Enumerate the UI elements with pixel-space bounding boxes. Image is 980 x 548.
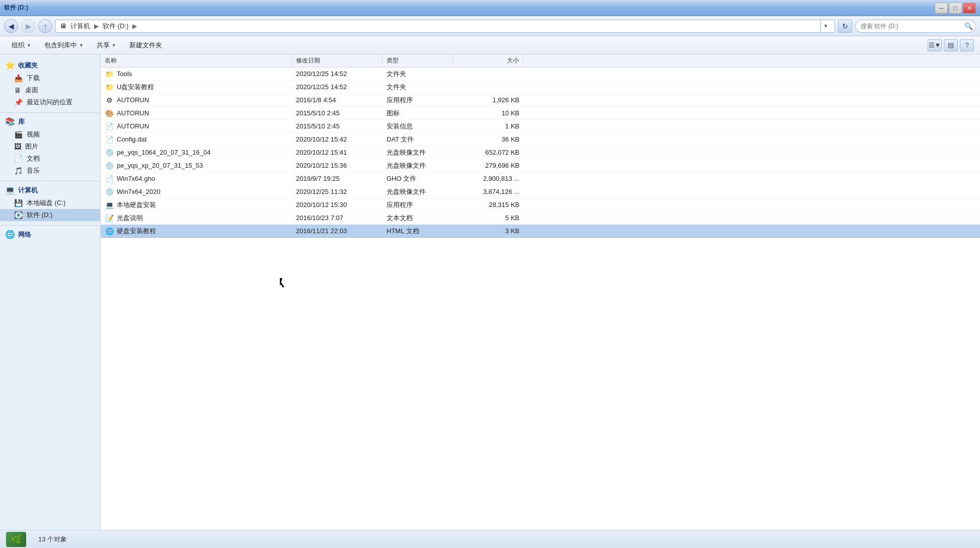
organize-button[interactable]: 组织 ▼	[6, 38, 37, 52]
new-folder-button[interactable]: 新建文件夹	[124, 38, 168, 52]
file-name-cell: 🎨 AUTORUN	[101, 107, 292, 119]
file-date-cell: 2019/9/7 19:25	[292, 172, 383, 185]
include-library-arrow: ▼	[79, 43, 84, 48]
table-row[interactable]: 📝 光盘说明 2016/10/23 7:07 文本文档 5 KB	[101, 212, 980, 225]
share-label: 共享	[97, 41, 110, 50]
address-dropdown[interactable]: ▼	[820, 20, 831, 33]
network-icon: 🌐	[5, 230, 15, 239]
toolbar-right: ☰▼ ▤ ?	[928, 39, 974, 51]
sidebar-section-favorites: ⭐ 收藏夹 📥 下载 🖥 桌面 📌 最近访问的位置	[0, 58, 100, 108]
sidebar-computer-header[interactable]: 💻 计算机	[0, 183, 100, 197]
file-name: pe_yqs_xp_20_07_31_15_53	[117, 162, 203, 169]
local-c-icon: 💾	[14, 199, 23, 207]
favorites-icon: ⭐	[5, 60, 15, 70]
table-row[interactable]: 💿 Win7x64_2020 2020/12/25 11:32 光盘映像文件 3…	[101, 185, 980, 198]
table-row[interactable]: 📁 U盘安装教程 2020/12/25 14:52 文件夹	[101, 81, 980, 94]
file-type-cell: 图标	[383, 107, 453, 119]
sidebar: ⭐ 收藏夹 📥 下载 🖥 桌面 📌 最近访问的位置 📚 库	[0, 54, 101, 530]
view-options-button[interactable]: ☰▼	[928, 39, 942, 51]
title-bar-controls: ─ □ ✕	[935, 3, 976, 14]
preview-pane-button[interactable]: ▤	[944, 39, 958, 51]
sidebar-library-header[interactable]: 📚 库	[0, 115, 100, 128]
file-name-cell: 📝 光盘说明	[101, 212, 292, 224]
col-header-name[interactable]: 名称	[101, 54, 292, 67]
computer-link[interactable]: 计算机	[68, 21, 92, 32]
forward-button[interactable]: ▶	[21, 19, 35, 33]
table-row[interactable]: ⚙ AUTORUN 2016/1/8 4:54 应用程序 1,926 KB	[101, 94, 980, 107]
sidebar-item-desktop[interactable]: 🖥 桌面	[0, 84, 100, 96]
include-library-label: 包含到库中	[44, 41, 77, 50]
file-name-cell: 💿 pe_yqs_xp_20_07_31_15_53	[101, 159, 292, 172]
refresh-button[interactable]: ↻	[838, 20, 852, 33]
sidebar-item-recent[interactable]: 📌 最近访问的位置	[0, 96, 100, 108]
file-type-cell: HTML 文档	[383, 225, 453, 237]
sidebar-item-documents[interactable]: 📄 文档	[0, 153, 100, 165]
file-date-cell: 2020/10/12 15:41	[292, 146, 383, 159]
recent-icon: 📌	[14, 98, 23, 106]
table-row[interactable]: 📄 Win7x64.gho 2019/9/7 19:25 GHO 文件 2,90…	[101, 172, 980, 185]
downloads-icon: 📥	[14, 74, 23, 82]
file-name-cell: 📄 AUTORUN	[101, 120, 292, 132]
minimize-button[interactable]: ─	[935, 3, 948, 14]
sidebar-item-images[interactable]: 🖼 图片	[0, 141, 100, 153]
sidebar-network-header[interactable]: 🌐 网络	[0, 228, 100, 241]
sidebar-divider-2	[0, 181, 100, 181]
documents-icon: 📄	[14, 155, 23, 163]
file-date-cell: 2020/10/12 15:42	[292, 133, 383, 146]
file-name-cell: 📄 Win7x64.gho	[101, 172, 292, 185]
software-d-icon: 💽	[14, 211, 23, 219]
file-area: 名称 修改日期 类型 大小 📁 Tools 2020/12/25 14:52 文…	[101, 54, 980, 530]
file-type-cell: 应用程序	[383, 198, 453, 211]
main-content: ⭐ 收藏夹 📥 下载 🖥 桌面 📌 最近访问的位置 📚 库	[0, 54, 980, 530]
table-row[interactable]: 💿 pe_yqs_1064_20_07_31_16_04 2020/10/12 …	[101, 146, 980, 159]
help-button[interactable]: ?	[960, 39, 974, 51]
sidebar-section-library: 📚 库 🎬 视频 🖼 图片 📄 文档 🎵 音乐	[0, 115, 100, 177]
favorites-label: 收藏夹	[18, 61, 38, 70]
file-icon: ⚙	[105, 96, 114, 104]
table-row[interactable]: 📁 Tools 2020/12/25 14:52 文件夹	[101, 67, 980, 81]
file-size-cell	[453, 67, 523, 80]
file-size-cell: 652,072 KB	[453, 146, 523, 159]
table-row[interactable]: 🌐 硬盘安装教程 2016/11/21 22:03 HTML 文档 3 KB	[101, 225, 980, 238]
back-button[interactable]: ◀	[4, 19, 18, 33]
address-bar: 🖥 计算机 ▶ 软件 (D:) ▶ ▼	[55, 20, 835, 33]
sidebar-item-videos[interactable]: 🎬 视频	[0, 128, 100, 141]
table-row[interactable]: 💻 本地硬盘安装 2020/10/12 15:30 应用程序 28,315 KB	[101, 198, 980, 212]
title-bar-left: 软件 (D:)	[4, 4, 28, 12]
sidebar-item-music[interactable]: 🎵 音乐	[0, 165, 100, 177]
sidebar-divider-1	[0, 112, 100, 113]
table-row[interactable]: 🎨 AUTORUN 2015/5/10 2:45 图标 10 KB	[101, 107, 980, 120]
file-name: Config.dat	[117, 135, 146, 143]
col-header-size[interactable]: 大小	[453, 54, 523, 67]
sidebar-item-downloads[interactable]: 📥 下载	[0, 72, 100, 84]
include-library-button[interactable]: 包含到库中 ▼	[39, 38, 89, 52]
software-d-label: 软件 (D:)	[27, 211, 52, 220]
organize-label: 组织	[12, 41, 25, 50]
file-type-cell: 文件夹	[383, 67, 453, 80]
file-icon: 📁	[105, 70, 114, 78]
sidebar-item-local-c[interactable]: 💾 本地磁盘 (C:)	[0, 197, 100, 209]
new-folder-label: 新建文件夹	[129, 41, 162, 50]
col-header-date[interactable]: 修改日期	[292, 54, 383, 67]
file-date-cell: 2020/12/25 14:52	[292, 81, 383, 93]
file-icon: 📁	[105, 83, 114, 91]
close-button[interactable]: ✕	[963, 3, 976, 14]
sidebar-item-software-d[interactable]: 💽 软件 (D:)	[0, 209, 100, 221]
drive-link[interactable]: 软件 (D:)	[101, 21, 130, 32]
library-icon: 📚	[5, 117, 15, 126]
file-name-cell: 🌐 硬盘安装教程	[101, 225, 292, 237]
up-button[interactable]: ↑	[38, 19, 52, 33]
file-icon: 💻	[105, 201, 114, 209]
search-icon[interactable]: 🔍	[964, 22, 973, 30]
table-row[interactable]: 📄 AUTORUN 2015/5/10 2:45 安装信息 1 KB	[101, 120, 980, 133]
col-header-type[interactable]: 类型	[383, 54, 453, 67]
file-date-cell: 2016/11/21 22:03	[292, 225, 383, 237]
maximize-button[interactable]: □	[949, 3, 962, 14]
sidebar-favorites-header[interactable]: ⭐ 收藏夹	[0, 58, 100, 72]
table-row[interactable]: 📄 Config.dat 2020/10/12 15:42 DAT 文件 36 …	[101, 133, 980, 146]
share-button[interactable]: 共享 ▼	[91, 38, 122, 52]
file-name: 本地硬盘安装	[117, 200, 156, 210]
videos-label: 视频	[27, 130, 40, 139]
table-row[interactable]: 💿 pe_yqs_xp_20_07_31_15_53 2020/10/12 15…	[101, 159, 980, 172]
search-input[interactable]	[855, 20, 976, 33]
